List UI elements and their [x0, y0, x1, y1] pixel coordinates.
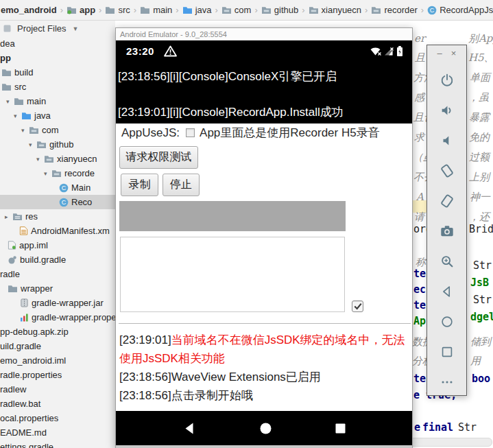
project-view-label: Project Files [17, 23, 67, 34]
tree-item-build-gradle[interactable]: build.gradle [0, 252, 115, 267]
emulator-toolbar: – × [426, 45, 467, 396]
camera-button[interactable] [433, 218, 461, 244]
tree-item-label: res [25, 211, 38, 222]
tree-collapse-arrow-icon[interactable]: ▾ [29, 141, 36, 148]
editor-text-fragment: te [413, 299, 426, 311]
tree-item-gradle-wrapper-proper[interactable]: gradle-wrapper.proper [0, 310, 115, 325]
android-status-bar: 23:20 [116, 40, 412, 61]
tree-item-androidmanifest-xm[interactable]: AndroidManifest.xm [0, 224, 115, 238]
request-permission-button[interactable]: 请求权限测试 [119, 146, 198, 169]
tree-collapse-arrow-icon[interactable]: ▾ [14, 113, 21, 119]
volume-up-button[interactable] [433, 97, 461, 123]
tree-collapse-arrow-icon[interactable]: ▾ [44, 170, 51, 177]
tree-item-pp-debug-apk-zip[interactable]: pp-debug.apk.zip [0, 325, 115, 339]
tree-item-res[interactable]: ▸res [0, 209, 115, 224]
app-use-js-checkbox[interactable] [186, 128, 195, 137]
log-timestamp: [23:18:56] [119, 370, 171, 384]
zoom-button[interactable] [433, 248, 461, 274]
tree-item-pp[interactable]: pp [0, 51, 115, 65]
close-button[interactable]: × [451, 49, 457, 58]
back-nav-button[interactable] [183, 422, 196, 435]
tree-item-label: src [14, 82, 26, 92]
folder-java-icon [21, 111, 32, 120]
power-button[interactable] [433, 67, 461, 93]
tree-item-label: build.gradle [20, 255, 66, 265]
tree-item-recorde[interactable]: ▾recorde [0, 166, 115, 180]
breadcrumb-item-recorder[interactable]: recorder [371, 5, 417, 15]
breadcrumb-item-recordappjsbri[interactable]: CRecordAppJsBri [427, 5, 493, 15]
tree-item-ocal-properties[interactable]: ocal.properties [0, 411, 115, 425]
volume-down-button[interactable] [433, 128, 461, 154]
tree-collapse-arrow-icon[interactable]: ▾ [6, 98, 14, 105]
tree-item-github[interactable]: ▾github [0, 137, 115, 152]
breadcrumb-item-com[interactable]: com [221, 5, 252, 15]
breadcrumb-separator: › [99, 5, 101, 15]
tree-item-ettings-gradle[interactable]: ettings.gradle [0, 440, 115, 448]
home-nav-button[interactable] [260, 423, 272, 434]
tree-item-main[interactable]: ▾main [0, 94, 115, 108]
tree-item-label: Main [71, 182, 91, 193]
log-line: [23:18:56]WaveView Extensions已启用 [119, 368, 410, 386]
tree-item-uild-gradle[interactable]: uild.gradle [0, 339, 115, 353]
tree-item-emo-android-iml[interactable]: emo_android.iml [0, 353, 115, 368]
record-button[interactable]: 录制 [121, 174, 158, 196]
editor-text-fragment: 感 [414, 91, 424, 104]
home-button[interactable] [433, 309, 461, 335]
back-button[interactable] [433, 279, 461, 305]
class-icon: C [59, 198, 69, 207]
more-button[interactable] [433, 369, 461, 395]
breadcrumb-item-main[interactable]: main [140, 5, 172, 15]
result-textarea[interactable] [120, 237, 345, 312]
editor-text-fragment: 储到 [470, 335, 491, 349]
tree-item-reco[interactable]: CReco [0, 195, 115, 209]
rotate-right-button[interactable] [433, 188, 461, 214]
battery-icon [396, 45, 403, 57]
rotate-left-icon [440, 163, 455, 178]
breadcrumb-item-xianyuecn[interactable]: xianyuecn [309, 5, 362, 15]
editor-text-fragment: e [414, 421, 420, 434]
tree-item-com[interactable]: ▾com [0, 123, 115, 137]
tree-item-label: dea [0, 38, 15, 49]
tree-item-wrapper[interactable]: wrapper [0, 281, 115, 296]
breadcrumb-item-app[interactable]: app [67, 5, 95, 15]
breadcrumb-label: recorder [384, 5, 417, 15]
emulator-titlebar[interactable]: Android Emulator - 9.0_28:5554 [116, 28, 412, 40]
tree-item-main[interactable]: CMain [0, 180, 115, 195]
editor-text-fragment: er [414, 32, 425, 45]
rotate-left-button[interactable] [433, 158, 461, 184]
project-view-selector[interactable]: Project Files ▼ [0, 21, 115, 36]
tree-collapse-arrow-icon[interactable]: ▾ [21, 127, 29, 134]
breadcrumb-item-github[interactable]: github [261, 5, 298, 15]
editor-text-fragment: final [422, 421, 453, 434]
tree-item-java[interactable]: ▾java [0, 108, 115, 123]
tree-item-eadme-md[interactable]: EADME.md [0, 425, 115, 440]
recents-nav-button[interactable] [335, 423, 346, 434]
tree-item-src[interactable]: src [0, 80, 115, 94]
file-iml-icon [8, 241, 16, 250]
tree-item-xianyuecn[interactable]: ▾xianyuecn [0, 152, 115, 166]
breadcrumb-item-java[interactable]: java [182, 5, 212, 15]
stop-button[interactable]: 停止 [163, 174, 200, 196]
breadcrumb-item-emo-android[interactable]: emo_android [1, 5, 57, 15]
tree-item-gradle-wrapper-jar[interactable]: gradle-wrapper.jar [0, 296, 115, 310]
tree-item-dea[interactable]: dea [0, 36, 115, 51]
tree-item-radlew-bat[interactable]: radlew.bat [0, 397, 115, 411]
status-clock: 23:20 [126, 45, 154, 57]
tree-item-radle[interactable]: radle [0, 267, 115, 281]
console-log-line: [23:19:01][i][Console]RecordApp.Install成… [118, 104, 344, 120]
tree-expand-arrow-icon[interactable]: ▸ [5, 213, 12, 220]
tree-item-label: app.iml [19, 240, 48, 250]
tree-collapse-arrow-icon[interactable]: ▾ [36, 156, 44, 163]
breadcrumb-item-src[interactable]: src [105, 5, 130, 15]
tree-item-build[interactable]: build [0, 65, 115, 80]
editor-text-fragment: Str [473, 294, 492, 306]
tree-item-app-iml[interactable]: app.iml [0, 238, 115, 252]
checked-checkbox[interactable] [352, 300, 363, 312]
editor-horizontal-scrollbar[interactable] [409, 438, 492, 447]
project-sidebar: Project Files ▼ deappbuildsrc▾main▾java▾… [0, 21, 115, 448]
breadcrumb-separator: › [254, 5, 257, 15]
tree-item-radlew[interactable]: radlew [0, 382, 115, 397]
overview-button[interactable] [433, 339, 461, 365]
tree-item-radle-properties[interactable]: radle.properties [0, 368, 115, 382]
minimize-button[interactable]: – [437, 49, 442, 58]
